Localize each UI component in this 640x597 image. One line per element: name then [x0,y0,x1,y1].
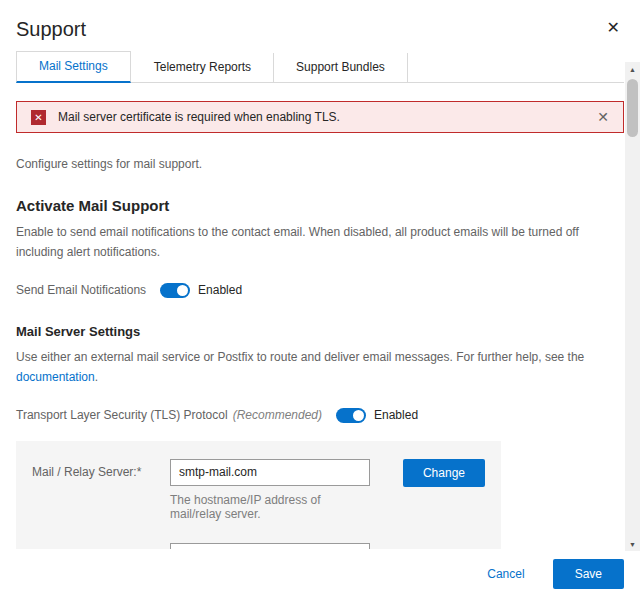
mail-server-settings-heading: Mail Server Settings [16,324,608,339]
description-text: Use either an external mail service or P… [16,350,584,364]
alert-dismiss-icon[interactable]: ✕ [593,109,613,125]
vertical-scrollbar[interactable]: ▲ ▼ [625,62,640,552]
intro-text: Configure settings for mail support. [16,157,608,171]
mail-relay-server-row: Mail / Relay Server:* The hostname/IP ad… [32,459,485,521]
tab-telemetry-reports[interactable]: Telemetry Reports [131,53,274,82]
tls-protocol-toggle[interactable] [336,408,366,423]
toggle-knob [353,410,364,421]
error-message: Mail server certificate is required when… [58,110,593,124]
error-icon: ✕ [31,110,46,125]
activate-mail-support-description: Enable to send email notifications to th… [16,222,608,263]
send-email-notifications-row: Send Email Notifications Enabled [16,283,608,298]
cancel-button[interactable]: Cancel [487,567,524,581]
dialog-content: ✕ Mail server certificate is required wh… [0,89,624,549]
send-email-notifications-toggle[interactable] [160,283,190,298]
change-button[interactable]: Change [403,459,485,487]
tls-recommended-label: (Recommended) [233,408,322,422]
documentation-link[interactable]: documentation [16,370,95,384]
error-alert: ✕ Mail server certificate is required wh… [16,101,624,133]
tls-protocol-state: Enabled [374,408,418,422]
mail-server-settings-description: Use either an external mail service or P… [16,347,608,388]
support-dialog: Support ✕ Mail Settings Telemetry Report… [0,0,640,597]
scrollbar-thumb[interactable] [627,79,638,137]
tls-protocol-label: Transport Layer Security (TLS) Protocol [16,408,228,422]
tab-support-bundles[interactable]: Support Bundles [274,53,408,82]
dialog-header: Support ✕ [0,0,640,51]
dialog-footer: Cancel Save [0,551,640,597]
close-icon[interactable]: ✕ [603,18,624,38]
page-title: Support [16,18,86,41]
save-button[interactable]: Save [553,559,624,589]
port-label: Port:* [32,543,170,549]
description-period: . [95,370,98,384]
send-email-notifications-state: Enabled [198,283,242,297]
mail-server-form-panel: Mail / Relay Server:* The hostname/IP ad… [16,441,501,549]
tab-bar: Mail Settings Telemetry Reports Support … [16,51,624,83]
scroll-up-icon[interactable]: ▲ [625,62,640,77]
port-input[interactable] [170,543,370,549]
mail-relay-server-input[interactable] [170,459,370,486]
mail-relay-server-label: Mail / Relay Server:* [32,459,170,479]
toggle-knob [177,285,188,296]
send-email-notifications-label: Send Email Notifications [16,283,146,297]
tls-protocol-row: Transport Layer Security (TLS) Protocol … [16,408,608,423]
port-row: Port:* [32,543,485,549]
mail-relay-server-helper: The hostname/IP address of mail/relay se… [170,493,371,521]
scroll-down-icon[interactable]: ▼ [625,537,640,552]
tab-mail-settings[interactable]: Mail Settings [16,51,131,83]
activate-mail-support-heading: Activate Mail Support [16,197,608,214]
